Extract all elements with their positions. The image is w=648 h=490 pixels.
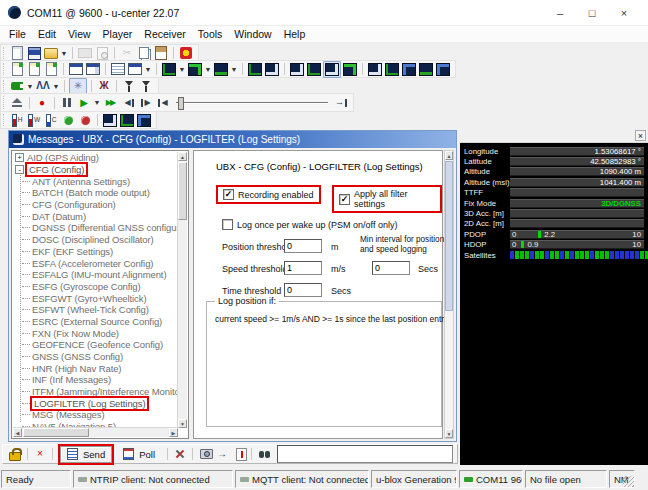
camera-view-icon[interactable] <box>247 62 263 77</box>
temperature-hot-icon[interactable]: H <box>9 113 25 128</box>
time-threshold-input[interactable] <box>284 283 322 297</box>
packet-console-icon[interactable] <box>289 62 305 77</box>
resize-grip-icon[interactable] <box>623 476 634 487</box>
tree-item[interactable]: ESFGWT (Gyro+Wheeltick) <box>13 292 178 304</box>
chart-dropdown-icon[interactable]: ▼ <box>178 62 186 77</box>
paste-icon[interactable] <box>153 46 169 61</box>
log-once-checkbox[interactable] <box>222 219 233 230</box>
autobauding-wand-icon[interactable]: ✳ <box>69 78 87 95</box>
tree-item[interactable]: GNSS (GNSS Config) <box>13 351 178 363</box>
docking-view-2-icon[interactable] <box>435 62 451 77</box>
binary-console-icon[interactable] <box>306 62 322 77</box>
value-thermometer-icon[interactable] <box>231 447 247 462</box>
play-icon[interactable]: ▶ <box>76 95 92 110</box>
text-console-icon[interactable] <box>264 62 280 77</box>
position-threshold-input[interactable] <box>284 239 322 253</box>
menu-item-file[interactable]: File <box>4 28 31 40</box>
tree-item[interactable]: HNR (High Nav Rate) <box>13 362 178 374</box>
tree-item[interactable]: INF (Inf Messages) <box>13 374 178 386</box>
baudrate-icon[interactable]: ΛΛ <box>35 79 51 94</box>
ntrip-antenna-icon[interactable] <box>121 79 137 94</box>
hotkey-f9-icon[interactable] <box>102 113 118 128</box>
messages-view-icon[interactable] <box>323 61 341 78</box>
chart-view-icon[interactable] <box>161 62 177 77</box>
tree-item[interactable]: ESFG (Gyroscope Config) <box>13 281 178 293</box>
new-text-doc-icon[interactable] <box>9 62 25 77</box>
baudrate-dropdown-icon[interactable]: ▼ <box>52 79 60 94</box>
menu-item-window[interactable]: Window <box>229 28 276 40</box>
auto-send-arrow-icon[interactable]: → <box>214 447 230 462</box>
map-dropdown-icon[interactable]: ▼ <box>204 62 212 77</box>
scroll-thumb-horizontal[interactable] <box>23 428 89 437</box>
tree-item[interactable]: DOSC (Disciplined Oscillator) <box>13 234 178 246</box>
histogram-dropdown-icon[interactable]: ▼ <box>230 62 238 77</box>
play-dropdown-icon[interactable]: ▼ <box>93 95 101 110</box>
close-panel-icon[interactable]: × <box>635 130 646 141</box>
cascade-windows-icon[interactable] <box>85 62 101 77</box>
tree-item[interactable]: ESFA (Accelerometer Config) <box>13 257 178 269</box>
histogram-view-icon[interactable] <box>213 62 229 77</box>
tree-item[interactable]: BATCH (Batch mode output) <box>13 187 178 199</box>
tree-item[interactable]: ESFALG (IMU-mount Alignment) <box>13 269 178 281</box>
table-view-icon[interactable] <box>110 62 126 77</box>
tree-item[interactable]: DAT (Datum) <box>13 210 178 222</box>
clear-message-icon[interactable]: × <box>32 447 48 462</box>
tree-vertical-scrollbar[interactable]: ▲ ▼ <box>177 152 187 428</box>
jump-to-start-icon[interactable]: ◀ <box>155 95 171 110</box>
copy-icon[interactable] <box>136 46 152 61</box>
window-view-icon[interactable] <box>127 62 143 77</box>
connect-dropdown-icon[interactable]: ▼ <box>26 79 34 94</box>
tree-item[interactable]: -CFG (Config) <box>13 164 178 176</box>
tree-item[interactable]: LOGFILTER (Log Settings) <box>13 397 178 409</box>
find-binoculars-icon[interactable] <box>256 447 272 462</box>
menu-item-tools[interactable]: Tools <box>193 28 228 40</box>
progress-slider-icon[interactable] <box>176 96 328 109</box>
deviation-map-icon[interactable] <box>384 62 400 77</box>
message-input[interactable] <box>277 445 453 463</box>
hotkey-f11-icon[interactable] <box>136 113 152 128</box>
tree-item[interactable]: EKF (EKF Settings) <box>13 246 178 258</box>
apply-filter-checkbox[interactable] <box>339 194 350 205</box>
expand-icon[interactable]: + <box>15 153 24 162</box>
fast-forward-icon[interactable]: ▶▶ <box>102 95 120 110</box>
pause-icon[interactable] <box>59 95 75 110</box>
step-back-icon[interactable]: ◀ <box>121 95 137 110</box>
ublox-web-icon[interactable] <box>178 46 194 61</box>
menu-item-player[interactable]: Player <box>98 28 138 40</box>
record-icon[interactable]: ● <box>34 95 50 110</box>
window-dropdown-icon[interactable]: ▼ <box>144 62 152 77</box>
scroll-left-icon[interactable]: ◀ <box>13 428 22 437</box>
menu-item-edit[interactable]: Edit <box>33 28 61 40</box>
jump-to-end-icon[interactable]: → <box>333 95 349 110</box>
sensor-ok-icon[interactable] <box>60 113 76 128</box>
scroll-down-icon[interactable]: ▼ <box>178 419 187 428</box>
tree-item[interactable]: MSG (Messages) <box>13 409 178 421</box>
tree-item[interactable]: ANT (Antenna Settings) <box>13 175 178 187</box>
debug-messages-icon[interactable]: Ж <box>96 79 112 94</box>
base-antenna-icon[interactable] <box>138 79 154 94</box>
tree-horizontal-scrollbar[interactable]: ◀ ▶ <box>13 427 178 437</box>
configuration-view-icon[interactable] <box>342 62 358 77</box>
scroll-thumb[interactable] <box>178 162 187 220</box>
customize-tools-icon[interactable] <box>172 447 188 462</box>
save-file-icon[interactable] <box>26 46 42 61</box>
sky-view-icon[interactable] <box>401 62 417 77</box>
tree-item[interactable]: DGNSS (Differential GNSS configuration) <box>13 222 178 234</box>
snapshot-camera-icon[interactable] <box>197 447 213 462</box>
sensor-alert-icon[interactable] <box>77 113 93 128</box>
scroll-down-icon[interactable]: ▼ <box>445 429 453 438</box>
new-file-icon[interactable] <box>9 46 25 61</box>
menu-item-help[interactable]: Help <box>279 28 311 40</box>
tile-windows-icon[interactable] <box>68 62 84 77</box>
send-button[interactable]: Send <box>60 446 112 463</box>
speed-threshold-input[interactable] <box>284 261 322 275</box>
tree-item[interactable]: FXN (Fix Now Mode) <box>13 327 178 339</box>
lock-message-icon[interactable] <box>7 447 23 462</box>
step-forward-icon[interactable]: ▶ <box>138 95 154 110</box>
hotkey-f10-icon[interactable] <box>119 113 135 128</box>
open-file-icon[interactable] <box>43 46 59 61</box>
form-scrollbar[interactable]: ▲ ▼ <box>444 150 454 439</box>
new-binary-doc-icon[interactable] <box>43 62 59 77</box>
open-dropdown-icon[interactable]: ▼ <box>60 46 68 61</box>
eject-icon[interactable] <box>9 95 25 110</box>
